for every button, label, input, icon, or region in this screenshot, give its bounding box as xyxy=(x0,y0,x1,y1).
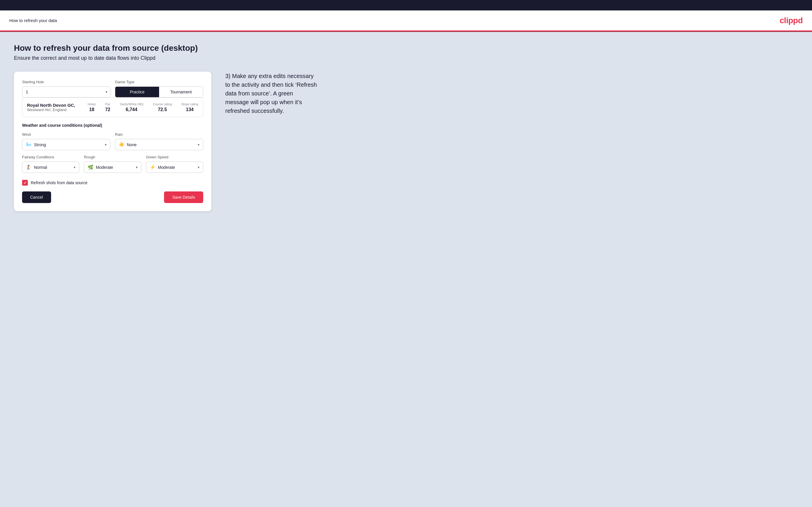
yards-value: 6,744 xyxy=(119,107,143,112)
rough-icon: 🌿 xyxy=(88,164,94,170)
wind-select[interactable]: 🌬️ Strong ▾ xyxy=(22,139,110,150)
par-value: 72 xyxy=(105,107,110,112)
green-speed-select[interactable]: ⚡ Moderate ▾ xyxy=(146,162,203,173)
green-speed-value: Moderate xyxy=(158,165,198,170)
course-name-block: Royal North Devon GC, Westward Ho!, Engl… xyxy=(27,103,75,112)
fairway-label: Fairway Conditions xyxy=(22,155,79,159)
header-title: How to refresh your data xyxy=(9,18,57,23)
main-content: How to refresh your data from source (de… xyxy=(0,32,812,507)
green-speed-label: Green Speed xyxy=(146,155,203,159)
conditions-grid: Fairway Conditions 🏌️ Normal ▾ Rough 🌿 M… xyxy=(22,155,203,173)
save-details-button[interactable]: Save Details xyxy=(164,191,203,203)
form-card: Starting Hole 1 ▾ Game Type Practice Tou… xyxy=(14,72,211,211)
starting-hole-label: Starting Hole xyxy=(22,80,110,84)
course-rating-label: Course rating xyxy=(153,102,172,106)
starting-hole-select-wrapper: 1 ▾ xyxy=(22,87,110,98)
game-type-label: Game Type xyxy=(115,80,203,84)
wind-label: Wind xyxy=(22,132,110,136)
wind-value: Strong xyxy=(34,143,105,147)
weather-section-title: Weather and course conditions (optional) xyxy=(22,123,203,128)
refresh-checkbox-label: Refresh shots from data source xyxy=(31,180,87,185)
wind-field: Wind 🌬️ Strong ▾ xyxy=(22,132,110,150)
practice-button[interactable]: Practice xyxy=(115,87,159,97)
refresh-checkbox[interactable] xyxy=(22,180,28,186)
form-actions: Cancel Save Details xyxy=(22,191,203,203)
cancel-button[interactable]: Cancel xyxy=(22,191,51,203)
header: How to refresh your data clippd xyxy=(0,10,812,31)
hole-gametype-row: Starting Hole 1 ▾ Game Type Practice Tou… xyxy=(22,80,203,98)
rough-value: Moderate xyxy=(96,165,136,170)
header-divider xyxy=(0,31,812,32)
refresh-checkbox-row: Refresh shots from data source xyxy=(22,180,203,186)
yards-stat: Yards/White (M)) 6,744 xyxy=(119,102,143,112)
starting-hole-section: Starting Hole 1 ▾ xyxy=(22,80,110,98)
rain-field: Rain ☀️ None ▾ xyxy=(115,132,203,150)
fairway-select[interactable]: 🏌️ Normal ▾ xyxy=(22,162,79,173)
rain-chevron-icon: ▾ xyxy=(198,143,199,147)
rough-field: Rough 🌿 Moderate ▾ xyxy=(84,155,141,173)
rain-value: None xyxy=(127,143,198,147)
course-location: Westward Ho!, England xyxy=(27,108,75,112)
yards-label: Yards/White (M)) xyxy=(119,102,143,106)
holes-value: 18 xyxy=(88,107,96,112)
par-stat: Par 72 xyxy=(105,102,110,112)
tournament-button[interactable]: Tournament xyxy=(159,87,203,97)
green-speed-chevron-icon: ▾ xyxy=(198,165,199,169)
fairway-field: Fairway Conditions 🏌️ Normal ▾ xyxy=(22,155,79,173)
starting-hole-select[interactable]: 1 xyxy=(22,87,110,98)
top-bar xyxy=(0,0,812,10)
course-info-card: Royal North Devon GC, Westward Ho!, Engl… xyxy=(22,98,203,117)
course-stats: Holes 18 Par 72 Yards/White (M)) 6,744 xyxy=(88,102,198,112)
course-name: Royal North Devon GC, xyxy=(27,103,75,108)
slope-rating-label: Slope rating xyxy=(181,102,198,106)
rough-label: Rough xyxy=(84,155,141,159)
par-label: Par xyxy=(105,102,110,106)
game-type-buttons: Practice Tournament xyxy=(115,87,203,98)
course-rating-value: 72.5 xyxy=(153,107,172,112)
rain-icon: ☀️ xyxy=(119,142,124,147)
green-speed-icon: ⚡ xyxy=(150,164,156,170)
clippd-logo: clippd xyxy=(780,16,803,25)
page-heading: How to refresh your data from source (de… xyxy=(14,44,798,53)
game-type-section: Game Type Practice Tournament xyxy=(115,80,203,98)
slope-rating-stat: Slope rating 134 xyxy=(181,102,198,112)
wind-icon: 🌬️ xyxy=(26,142,32,147)
page-subheading: Ensure the correct and most up to date d… xyxy=(14,55,798,61)
rain-label: Rain xyxy=(115,132,203,136)
course-info-header: Royal North Devon GC, Westward Ho!, Engl… xyxy=(27,102,198,112)
holes-label: Holes xyxy=(88,102,96,106)
wind-chevron-icon: ▾ xyxy=(105,143,107,147)
rain-select[interactable]: ☀️ None ▾ xyxy=(115,139,203,150)
rough-chevron-icon: ▾ xyxy=(136,165,138,169)
course-rating-stat: Course rating 72.5 xyxy=(153,102,172,112)
fairway-chevron-icon: ▾ xyxy=(74,165,75,169)
green-speed-field: Green Speed ⚡ Moderate ▾ xyxy=(146,155,203,173)
content-area: Starting Hole 1 ▾ Game Type Practice Tou… xyxy=(14,72,798,211)
side-note-text: 3) Make any extra edits necessary to the… xyxy=(225,72,318,115)
fairway-icon: 🏌️ xyxy=(26,164,32,170)
side-note: 3) Make any extra edits necessary to the… xyxy=(225,72,318,115)
slope-rating-value: 134 xyxy=(181,107,198,112)
rough-select[interactable]: 🌿 Moderate ▾ xyxy=(84,162,141,173)
weather-grid: Wind 🌬️ Strong ▾ Rain ☀️ None ▾ xyxy=(22,132,203,150)
fairway-value: Normal xyxy=(34,165,74,170)
holes-stat: Holes 18 xyxy=(88,102,96,112)
